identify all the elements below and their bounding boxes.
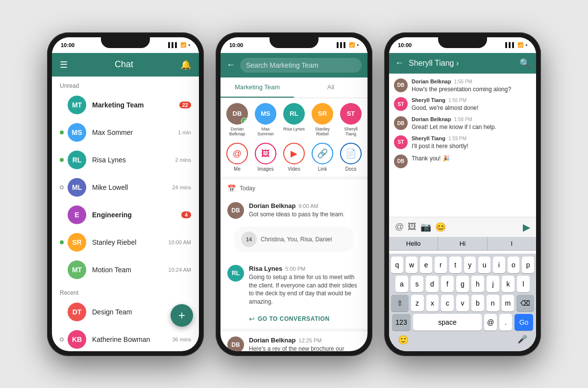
compose-fab[interactable]: + — [171, 304, 193, 327]
back-button-2[interactable]: ← — [226, 60, 235, 70]
chat-info-risa: Risa Lynes — [92, 155, 172, 164]
tab-all[interactable]: All — [294, 78, 368, 98]
status-bar-3: 10:00 ▌▌▌ 📶 ▪ — [389, 37, 536, 53]
filter-me[interactable]: @ Me — [224, 143, 250, 172]
key-w[interactable]: w — [406, 257, 418, 273]
chat-name-design: Design Team — [92, 308, 132, 316]
delete-key[interactable]: ⌫ — [516, 295, 534, 311]
key-o[interactable]: o — [508, 257, 520, 273]
chat-item-max-sommer[interactable]: MS Max Sommer 1 min — [52, 119, 199, 146]
msg-dorian-1: DB Dorian Belknap 1:56 PM How's the pres… — [394, 78, 531, 94]
search-conv-button[interactable]: 🔍 — [519, 58, 530, 69]
key-go[interactable]: Go — [514, 314, 533, 331]
chat-info-marketing: Marketing Team — [92, 101, 179, 109]
key-123[interactable]: 123 — [392, 314, 411, 331]
filter-images[interactable]: 🖼 Images — [253, 143, 278, 172]
key-v[interactable]: v — [456, 295, 469, 311]
chat-right-stanley: 10:00 AM — [166, 239, 191, 245]
person-max[interactable]: MS Max Sommer — [253, 103, 278, 137]
key-p[interactable]: p — [522, 257, 534, 273]
tab-marketing-team[interactable]: Marketing Team — [220, 78, 294, 98]
key-e[interactable]: e — [420, 257, 432, 273]
filter-video[interactable]: ▶ Video — [281, 143, 307, 172]
person-risa[interactable]: RL Risa Lynes — [281, 103, 307, 137]
msg-meta-dorian-1: Dorian Belknap 1:56 PM — [412, 78, 531, 84]
suggestion-i[interactable]: I — [488, 237, 536, 250]
key-y[interactable]: y — [464, 257, 476, 273]
key-z[interactable]: z — [411, 295, 424, 311]
key-r[interactable]: r — [435, 257, 447, 273]
chat-time-stanley: 10:00 AM — [169, 239, 191, 245]
key-t[interactable]: t — [449, 257, 462, 273]
chat-item-marketing-team[interactable]: MT Marketing Team 22 — [52, 91, 199, 119]
person-dorian[interactable]: DB ✓ Dorian Belknap — [224, 103, 250, 137]
camera-icon[interactable]: 📷 — [420, 222, 431, 233]
key-at[interactable]: @ — [484, 314, 497, 331]
filter-link[interactable]: 🔗 Link — [310, 143, 335, 172]
go-to-conversation[interactable]: ↩ GO TO CONVERSATION — [220, 311, 368, 329]
go-to-conv-icon: ↩ — [249, 315, 255, 323]
key-s[interactable]: s — [411, 276, 423, 292]
chevron-right-icon: › — [456, 59, 459, 67]
kbd-row-3: ⇧ z x c v b n m ⌫ — [391, 295, 534, 311]
person-avatar-dorian: DB ✓ — [226, 103, 248, 125]
mic-key[interactable]: 🎤 — [514, 333, 530, 347]
key-m[interactable]: m — [502, 295, 514, 311]
menu-icon[interactable]: ☰ — [60, 59, 68, 70]
person-mike-lowell[interactable]: ML Mike Lowell — [367, 103, 368, 137]
chat-item-engineering[interactable]: E Engineering 4 — [52, 201, 199, 229]
key-period[interactable]: . — [499, 314, 512, 331]
chat-time-risa: 2 mins — [175, 157, 191, 163]
tabs-row: Marketing Team All — [220, 78, 368, 98]
kbd-row-4: 123 space @ . Go — [391, 314, 534, 331]
msg-sender-sheryll-2: Sheryll Tiang — [412, 135, 445, 141]
phone-3-screen: 10:00 ▌▌▌ 📶 ▪ ← Sheryll Tiang › 🔍 DB — [389, 37, 536, 351]
bell-icon[interactable]: 🔔 — [180, 59, 191, 70]
person-name-stanley: Stanley Riebel — [310, 127, 335, 137]
filter-slides[interactable]: 📊 Slides — [367, 143, 368, 172]
chat-info-design: Design Team — [92, 308, 169, 316]
chat-title: Chat — [115, 59, 133, 70]
key-n[interactable]: n — [487, 295, 499, 311]
chat-item-motion-team[interactable]: MT Motion Team 10:24 AM — [52, 256, 199, 284]
offline-dot-katherine — [60, 337, 64, 341]
chat-avatar-motion: MT — [68, 260, 86, 279]
key-u[interactable]: u — [478, 257, 490, 273]
search-input-container[interactable]: Search Marketing Team — [240, 58, 362, 73]
emoji-reaction-icon[interactable]: 😊 — [435, 222, 446, 233]
key-b[interactable]: b — [471, 295, 484, 311]
key-q[interactable]: q — [391, 257, 403, 273]
key-f[interactable]: f — [441, 276, 454, 292]
chat-item-stanley[interactable]: SR Stanley Riebel 10:00 AM — [52, 229, 199, 256]
filter-docs-label: Docs — [345, 166, 357, 172]
chat-item-risa[interactable]: RL Risa Lynes 2 mins — [52, 146, 199, 174]
person-sheryll[interactable]: ST Sheryll Tiang — [338, 103, 364, 137]
key-a[interactable]: a — [395, 276, 408, 292]
wifi-icon-2: 📶 — [349, 42, 355, 48]
key-space[interactable]: space — [413, 314, 482, 331]
filter-docs[interactable]: 📄 Docs — [338, 143, 364, 172]
chat-avatar-stanley: SR — [68, 233, 86, 252]
key-g[interactable]: g — [456, 276, 469, 292]
chat-item-katherine[interactable]: KB Katherine Bowman 36 mins — [52, 326, 199, 351]
back-button-3[interactable]: ← — [395, 58, 404, 68]
key-k[interactable]: k — [502, 276, 514, 292]
shift-key[interactable]: ⇧ — [391, 295, 409, 311]
suggestion-hello[interactable]: Hello — [389, 237, 438, 250]
person-stanley[interactable]: SR Stanley Riebel — [310, 103, 335, 137]
key-d[interactable]: d — [426, 276, 439, 292]
chat-info-katherine: Katherine Bowman — [92, 335, 169, 344]
send-button[interactable]: ▶ — [523, 221, 530, 233]
status-time-2: 10:00 — [229, 42, 243, 48]
key-j[interactable]: j — [487, 276, 499, 292]
key-x[interactable]: x — [426, 295, 439, 311]
suggestion-hi[interactable]: Hi — [438, 237, 487, 250]
chat-item-mike-lowell[interactable]: ML Mike Lowell 24 mins — [52, 174, 199, 201]
at-icon[interactable]: @ — [395, 222, 404, 232]
key-c[interactable]: c — [441, 295, 454, 311]
key-l[interactable]: l — [517, 276, 530, 292]
key-i[interactable]: i — [493, 257, 505, 273]
emoji-key[interactable]: 🙂 — [395, 333, 412, 347]
image-icon[interactable]: 🖼 — [408, 222, 416, 232]
key-h[interactable]: h — [471, 276, 484, 292]
